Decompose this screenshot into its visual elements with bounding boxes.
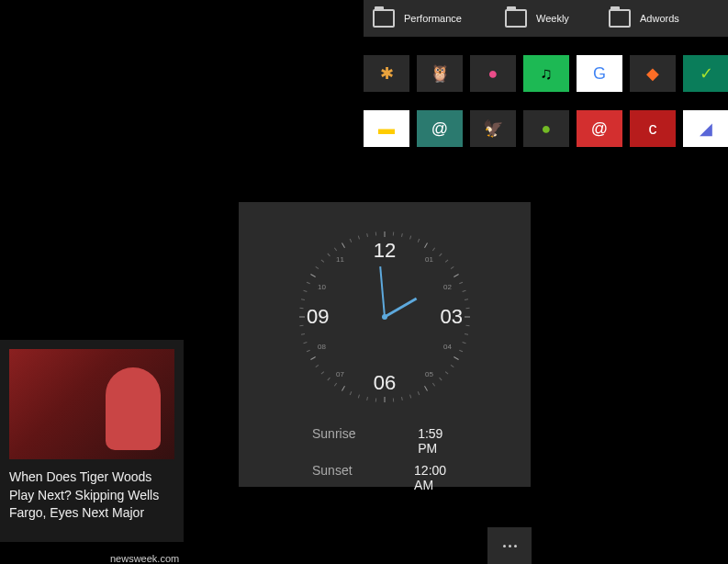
folder-performance[interactable]: Performance [364, 0, 503, 37]
news-tile[interactable]: When Does Tiger Woods Play Next? Skippin… [0, 340, 184, 542]
hour-hand [384, 298, 417, 319]
app-slack[interactable]: ✱ [364, 55, 409, 92]
folder-icon [373, 9, 395, 28]
sunrise-row: Sunrise 1:59 PM [257, 423, 512, 459]
folder-icon [609, 9, 631, 28]
dot-icon [503, 545, 506, 547]
app-row-2: ▬@🦅●@c◢ [364, 110, 728, 147]
app-dribbble[interactable]: ● [470, 55, 516, 92]
app-ca[interactable]: ✓ [683, 55, 728, 92]
clock-12: 12 [374, 239, 396, 263]
news-source: newsweek.com [110, 553, 179, 564]
sunset-label: Sunset [312, 463, 414, 492]
news-title: When Does Tiger Woods Play Next? Skippin… [0, 468, 184, 523]
app-openSUSE[interactable]: ● [523, 110, 569, 147]
sunset-row: Sunset 12:00 AM [257, 459, 512, 496]
app-barclays[interactable]: 🦅 [470, 110, 516, 147]
folder-icon [505, 9, 527, 28]
clock-03: 03 [441, 305, 463, 329]
folder-label: Adwords [640, 13, 679, 24]
app-row-1: ✱🦉●♫G◆✓ [364, 55, 728, 92]
clock-center [382, 314, 387, 320]
app-gitlab[interactable]: ◆ [630, 55, 676, 92]
app-mail2[interactable]: @ [577, 110, 622, 147]
sunrise-label: Sunrise [312, 426, 418, 456]
sunrise-value: 1:59 PM [418, 426, 457, 456]
app-spotify[interactable]: ♫ [523, 55, 569, 92]
folder-row: Performance Weekly Adwords [364, 0, 728, 37]
news-image [9, 349, 174, 459]
app-translate[interactable]: G [577, 55, 622, 92]
clock-face: 12 03 06 09 01 02 04 05 07 08 10 11 [297, 230, 472, 404]
sunset-value: 12:00 AM [414, 463, 457, 492]
app-duolingo[interactable]: 🦉 [417, 55, 463, 92]
dot-icon [509, 545, 511, 547]
dot-icon [514, 545, 517, 547]
folder-label: Performance [404, 13, 462, 24]
clock-widget[interactable]: 12 03 06 09 01 02 04 05 07 08 10 11 Sunr… [239, 202, 531, 487]
minute-hand [379, 266, 386, 317]
app-notes[interactable]: ▬ [364, 110, 409, 147]
folder-label: Weekly [536, 13, 569, 24]
app-mail[interactable]: @ [417, 110, 463, 147]
folder-adwords[interactable]: Adwords [599, 0, 728, 37]
more-button[interactable] [487, 527, 532, 564]
clock-09: 09 [307, 305, 329, 329]
clock-06: 06 [374, 371, 396, 395]
folder-weekly[interactable]: Weekly [496, 0, 601, 37]
app-cnet[interactable]: c [630, 110, 676, 147]
app-baremetrics[interactable]: ◢ [683, 110, 728, 147]
